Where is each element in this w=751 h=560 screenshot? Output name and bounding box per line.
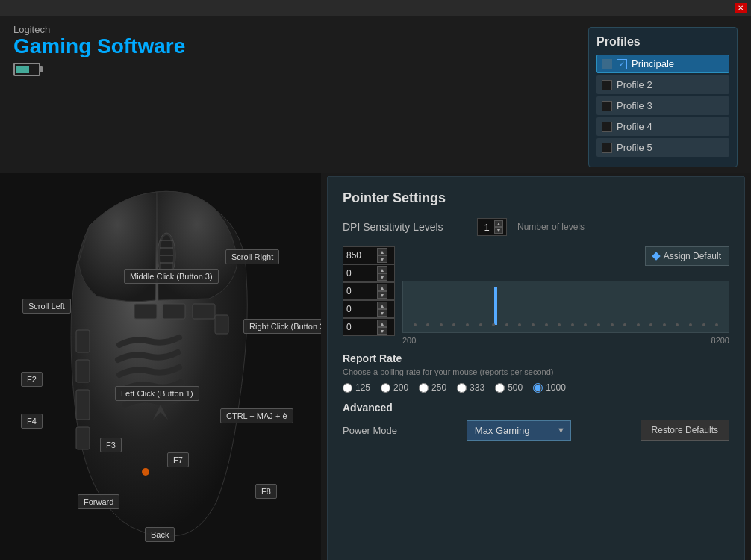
radio-item-200[interactable]: 200 [381, 382, 408, 393]
num-levels-spinner[interactable]: ▲ ▼ [494, 220, 503, 234]
dpi-up-3[interactable]: ▲ [377, 284, 387, 291]
slider-dot [584, 323, 587, 326]
profile-checkbox [602, 80, 612, 90]
radio-input-125[interactable] [343, 383, 352, 393]
slider-labels: 200 8200 [402, 336, 729, 345]
profiles-list: ✓PrincipaleProfile 2Profile 3Profile 4Pr… [596, 55, 729, 157]
radio-label-125: 125 [355, 382, 370, 393]
mouse-label-scroll-left[interactable]: Scroll Left [22, 299, 71, 314]
dpi-inputs: ▲ ▼ ▲ ▼ ▲ ▼ ▲ ▼ ▲ ▼ [343, 246, 395, 336]
mouse-label-right-click[interactable]: Right Click (Button 2) [243, 319, 321, 334]
profile-icon [602, 59, 612, 69]
slider-dot [597, 323, 600, 326]
header: Logitech Gaming Software Profiles ✓Princ… [0, 16, 751, 173]
dpi-down-2[interactable]: ▼ [377, 273, 387, 281]
mouse-label-middle-click[interactable]: Middle Click (Button 3) [124, 269, 219, 284]
mouse-label-f3[interactable]: F3 [100, 438, 122, 452]
mouse-label-f4[interactable]: F4 [21, 414, 43, 429]
mouse-label-scroll-right[interactable]: Scroll Right [225, 249, 279, 264]
slider-dot [545, 323, 548, 326]
svg-rect-7 [76, 330, 90, 352]
profile-label: Principale [632, 58, 674, 69]
radio-input-500[interactable] [495, 383, 505, 393]
mouse-area: Scroll RightMiddle Click (Button 3)Scrol… [0, 173, 321, 560]
dpi-spin-2: ▲ ▼ [377, 266, 387, 281]
slider-max: 8200 [711, 336, 729, 345]
dpi-input-1[interactable] [343, 250, 377, 261]
dpi-spin-1: ▲ ▼ [377, 248, 387, 263]
dpi-up-1[interactable]: ▲ [377, 248, 387, 255]
mouse-label-ctrl-maj[interactable]: CTRL + MAJ + è [220, 408, 293, 423]
advanced-section: Advanced Power Mode Max GamingPerformanc… [343, 402, 729, 441]
radio-input-200[interactable] [381, 383, 390, 393]
num-levels-down[interactable]: ▼ [494, 227, 503, 234]
slider-dot [702, 323, 705, 326]
pointer-settings-title: Pointer Settings [343, 190, 729, 206]
profile-item-4[interactable]: Profile 4 [596, 117, 729, 136]
slider-dot [689, 323, 692, 326]
radio-label-500: 500 [508, 382, 523, 393]
profile-item-5[interactable]: Profile 5 [596, 138, 729, 157]
dpi-up-2[interactable]: ▲ [377, 266, 387, 273]
dpi-input-4[interactable] [343, 304, 377, 314]
close-button[interactable]: ✕ [735, 3, 747, 13]
restore-defaults-button[interactable]: Restore Defaults [641, 420, 729, 441]
profile-item-2[interactable]: Profile 2 [596, 75, 729, 94]
radio-input-1000[interactable] [533, 383, 543, 393]
settings-panel: Pointer Settings DPI Sensitivity Levels … [327, 176, 745, 560]
dpi-down-3[interactable]: ▼ [377, 291, 387, 299]
dpi-slider-track[interactable] [402, 281, 729, 333]
radio-input-250[interactable] [419, 383, 429, 393]
svg-rect-14 [215, 315, 228, 334]
mouse-label-f8[interactable]: F8 [255, 484, 277, 499]
radio-input-333[interactable] [457, 383, 467, 393]
dpi-input-row-3: ▲ ▼ [343, 282, 395, 300]
mouse-label-left-click[interactable]: Left Click (Button 1) [115, 386, 199, 401]
power-mode-row: Power Mode Max GamingPerformanceBattery … [343, 420, 729, 441]
slider-dots [403, 323, 729, 326]
profile-item-3[interactable]: Profile 3 [596, 96, 729, 115]
dpi-input-2[interactable] [343, 268, 377, 279]
radio-item-1000[interactable]: 1000 [533, 382, 566, 393]
dpi-up-4[interactable]: ▲ [377, 302, 387, 309]
battery-icon [13, 63, 40, 76]
profile-checkbox: ✓ [617, 59, 627, 69]
slider-dot [676, 323, 679, 326]
assign-default-button[interactable]: Assign Default [645, 246, 729, 266]
mouse-label-f7[interactable]: F7 [167, 452, 189, 467]
radio-item-125[interactable]: 125 [343, 382, 370, 393]
profile-checkbox [602, 122, 612, 132]
slider-dot [611, 323, 614, 326]
num-levels-box: 1 ▲ ▼ [477, 218, 507, 236]
num-levels-up[interactable]: ▲ [494, 220, 503, 227]
profile-item-1[interactable]: ✓Principale [596, 55, 729, 73]
report-rate-desc: Choose a polling rate for your mouse (re… [343, 367, 729, 376]
report-rate-options: 1252002503335001000 [343, 382, 729, 393]
svg-rect-13 [193, 304, 215, 319]
dpi-down-4[interactable]: ▼ [377, 309, 387, 317]
mouse-label-back[interactable]: Back [145, 527, 175, 542]
dpi-input-3[interactable] [343, 286, 377, 296]
dpi-up-5[interactable]: ▲ [377, 320, 387, 327]
logo-area: Logitech Gaming Software [13, 24, 185, 76]
mouse-label-f2[interactable]: F2 [21, 372, 43, 387]
dpi-input-5[interactable] [343, 322, 377, 332]
radio-item-500[interactable]: 500 [495, 382, 523, 393]
slider-dot [414, 323, 417, 326]
power-mode-select[interactable]: Max GamingPerformanceBattery Saver [467, 420, 571, 441]
dpi-down-5[interactable]: ▼ [377, 327, 387, 335]
profile-checkbox [602, 101, 612, 111]
slider-dot [558, 323, 561, 326]
radio-item-333[interactable]: 333 [457, 382, 484, 393]
slider-dot [505, 323, 508, 326]
slider-dot [466, 323, 469, 326]
dpi-row: DPI Sensitivity Levels 1 ▲ ▼ Number of l… [343, 218, 729, 236]
dpi-slider-thumb[interactable] [494, 287, 497, 325]
radio-item-250[interactable]: 250 [419, 382, 446, 393]
dpi-input-row-4: ▲ ▼ [343, 300, 395, 318]
mouse-label-forward[interactable]: Forward [78, 494, 119, 509]
dpi-down-1[interactable]: ▼ [377, 255, 387, 263]
brand-main: Gaming Software [13, 35, 185, 58]
svg-rect-11 [134, 304, 157, 319]
profile-label: Profile 3 [617, 100, 652, 111]
